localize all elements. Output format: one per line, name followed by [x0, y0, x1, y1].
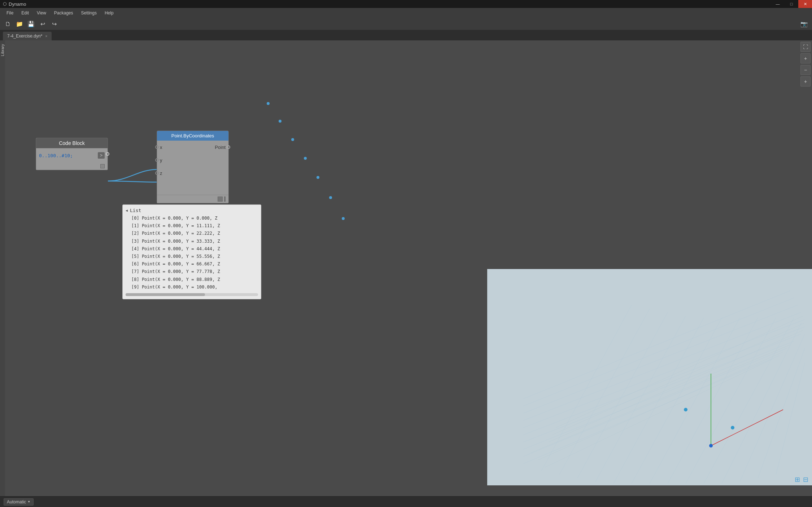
new-button[interactable]: 🗋: [3, 19, 13, 29]
viewport-grid: [487, 269, 812, 485]
menu-settings[interactable]: Settings: [78, 9, 100, 17]
tab-exercise[interactable]: 7-4_Exercise.dyn* ×: [3, 32, 52, 40]
svg-point-34: [684, 408, 687, 411]
code-block-body: 0..100..#10; >: [36, 148, 108, 163]
point-node-y-row: y: [157, 154, 228, 167]
list-item-3: [3] Point(X = 0.000, Y = 33.333, Z: [126, 238, 258, 245]
point-node-title: Point.ByCoordinates: [171, 133, 214, 138]
point-node-x-row: x Point: [157, 141, 228, 154]
viewport-icon-2[interactable]: ⊟: [803, 476, 808, 484]
point-node-controls: [157, 195, 228, 203]
statusbar: Automatic ▼: [0, 496, 812, 507]
list-scrollbar-thumb: [126, 293, 205, 296]
point-node-point-port: [227, 145, 230, 149]
svg-rect-0: [487, 269, 812, 485]
list-scrollbar[interactable]: [126, 293, 258, 296]
canvas-dot-2: [291, 138, 294, 141]
list-item-1: [1] Point(X = 0.000, Y = 11.111, Z: [126, 222, 258, 230]
list-collapse-arrow[interactable]: ◀: [126, 208, 128, 212]
list-item-0: [0] Point(X = 0.000, Y = 0.000, Z: [126, 215, 258, 222]
fit-view-button[interactable]: +: [800, 76, 811, 87]
point-node-y-port: [155, 158, 159, 162]
titlebar: ⬡ Dynamo — □ ✕: [0, 0, 812, 8]
point-node-header: Point.ByCoordinates: [157, 131, 228, 141]
run-mode-label: Automatic: [7, 499, 26, 504]
code-block-code[interactable]: 0..100..#10;: [39, 153, 96, 158]
open-button[interactable]: 📁: [14, 19, 25, 29]
run-mode-arrow: ▼: [27, 500, 30, 503]
list-panel: ◀ List [0] Point(X = 0.000, Y = 0.000, Z…: [122, 204, 261, 299]
redo-button[interactable]: ↪: [49, 19, 59, 29]
app-icon: ⬡: [3, 1, 6, 6]
point-node-point-label: Point: [215, 145, 226, 150]
save-button[interactable]: 💾: [26, 19, 36, 29]
library-label: Library: [0, 44, 5, 56]
list-header: ◀ List: [126, 208, 258, 213]
code-block-header: Code Block: [36, 138, 108, 148]
viewport-icon-1[interactable]: ⊞: [795, 476, 800, 484]
point-node-z-row: z: [157, 167, 228, 180]
list-item-5: [5] Point(X = 0.000, Y = 55.556, Z: [126, 253, 258, 260]
code-block-resize-handle[interactable]: [100, 164, 105, 168]
list-item-4: [4] Point(X = 0.000, Y = 44.444, Z: [126, 245, 258, 253]
fullscreen-button[interactable]: ⛶: [800, 42, 811, 52]
menu-edit[interactable]: Edit: [18, 9, 32, 17]
menu-packages[interactable]: Packages: [51, 9, 77, 17]
list-item-7: [7] Point(X = 0.000, Y = 77.778, Z: [126, 268, 258, 275]
point-node-z-port: [155, 171, 159, 175]
tab-label: 7-4_Exercise.dyn*: [7, 34, 42, 39]
list-item-6: [6] Point(X = 0.000, Y = 66.667, Z: [126, 260, 258, 268]
3d-viewport: [487, 269, 812, 485]
list-item-2: [2] Point(X = 0.000, Y = 22.222, Z: [126, 230, 258, 237]
point-node-body: x Point y z: [157, 141, 228, 195]
point-node-x-label: x: [160, 145, 167, 150]
list-item-9: [9] Point(X = 0.000, Y = 100.000,: [126, 283, 258, 291]
code-block-output-port: [106, 152, 109, 156]
run-mode-dropdown[interactable]: Automatic ▼: [4, 498, 34, 506]
svg-point-35: [731, 426, 734, 429]
canvas-dot-1: [279, 120, 281, 123]
library-sidebar[interactable]: Library: [0, 40, 5, 496]
zoom-out-button[interactable]: −: [800, 65, 811, 75]
minimize-button[interactable]: —: [771, 0, 785, 8]
point-node-control-line[interactable]: [224, 197, 226, 202]
app-title: Dynamo: [9, 1, 26, 7]
canvas-dot-6: [342, 217, 345, 220]
screenshot-button[interactable]: 📷: [799, 19, 809, 29]
menu-file[interactable]: File: [3, 9, 17, 17]
point-node-control-rect[interactable]: [218, 197, 223, 202]
point-by-coordinates-node[interactable]: Point.ByCoordinates x Point y: [157, 131, 229, 203]
canvas-dot-5: [329, 196, 332, 199]
point-node-x-port: [155, 145, 159, 149]
window-controls: — □ ✕: [771, 0, 812, 8]
code-block-output-btn[interactable]: >: [98, 152, 105, 159]
canvas[interactable]: Code Block 0..100..#10; > Point.ByCoordi…: [5, 40, 812, 496]
canvas-dot-0: [267, 102, 270, 105]
code-block-node[interactable]: Code Block 0..100..#10; >: [36, 138, 108, 170]
close-button[interactable]: ✕: [798, 0, 812, 8]
main-area: Library Code Block 0..100..#10; >: [0, 40, 812, 496]
tab-close-button[interactable]: ×: [45, 34, 47, 38]
toolbar: 🗋 📁 💾 ↩ ↪ 📷: [0, 18, 812, 30]
list-item-8: [8] Point(X = 0.000, Y = 88.889, Z: [126, 276, 258, 283]
point-node-z-label: z: [160, 171, 167, 176]
code-block-title: Code Block: [59, 140, 85, 146]
code-block-footer: [36, 163, 108, 170]
canvas-dot-4: [316, 176, 319, 179]
undo-button[interactable]: ↩: [38, 19, 48, 29]
viewport-bottom-icons: ⊞ ⊟: [795, 476, 808, 484]
menubar: File Edit View Packages Settings Help: [0, 8, 812, 18]
menu-view[interactable]: View: [33, 9, 50, 17]
svg-point-33: [709, 444, 713, 448]
viewport-controls: ⛶ + − +: [800, 42, 811, 87]
maximize-button[interactable]: □: [785, 0, 798, 8]
zoom-in-button[interactable]: +: [800, 53, 811, 63]
tabbar: 7-4_Exercise.dyn* ×: [0, 30, 812, 40]
canvas-dot-3: [304, 157, 307, 160]
list-title: List: [130, 208, 141, 213]
menu-help[interactable]: Help: [101, 9, 117, 17]
point-node-y-label: y: [160, 158, 167, 163]
